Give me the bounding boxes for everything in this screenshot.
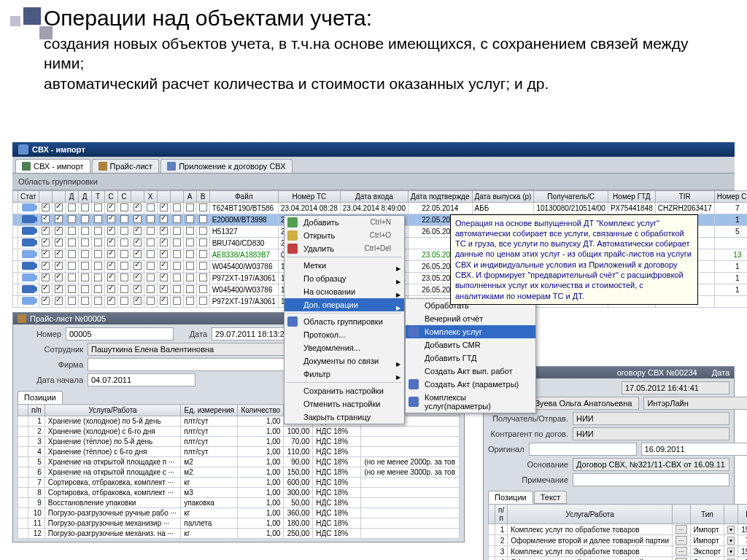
- label-number: Номер: [18, 330, 61, 338]
- doc-icon: [167, 162, 176, 171]
- slide-title: Операции над объектами учета:: [44, 6, 703, 31]
- app-icon: [18, 144, 28, 155]
- tooltip-complex-services: Операция на основе выпущенной ДТ "Компле…: [450, 214, 698, 305]
- slide-subtitle-2: автоматический расчет количества и стоим…: [44, 74, 703, 93]
- house-icon: [22, 162, 31, 171]
- menu-item[interactable]: Сохранить настройки: [285, 384, 404, 397]
- label-counterparty: Контрагент по догов.: [488, 429, 568, 438]
- table-row[interactable]: 3Комплекс услуг по обработке товаров···Э…: [489, 546, 748, 557]
- ellipsis-button[interactable]: ···: [676, 525, 687, 534]
- label-date: Дата: [712, 368, 729, 377]
- tab-annex[interactable]: Приложение к договору СВХ: [160, 159, 292, 173]
- menu-item[interactable]: Добавить ГТД: [406, 351, 535, 365]
- chevron-down-icon[interactable]: ▾: [727, 537, 735, 545]
- number-input[interactable]: [66, 327, 174, 341]
- chevron-down-icon[interactable]: ▾: [727, 548, 735, 556]
- table-row[interactable]: 7Сортировка, отбраковка, комплект ···кг1…: [18, 478, 460, 488]
- table-row[interactable]: 5Хранение на открытой площадке п ···м21,…: [18, 457, 460, 467]
- window-title: СВХ - импорт: [32, 145, 85, 154]
- context-menu[interactable]: ДобавитьCtrl+NОткрытьCtrl+OУдалитьCtrl+D…: [284, 215, 405, 424]
- ellipsis-button[interactable]: ···: [676, 547, 687, 556]
- annex-emp2[interactable]: [643, 397, 747, 410]
- menu-item[interactable]: На основании: [285, 285, 404, 298]
- annex-employee[interactable]: [531, 397, 639, 410]
- folder-icon: [98, 162, 107, 171]
- table-row[interactable]: 11Погрузо-разгрузочные механизир ···палл…: [18, 518, 460, 529]
- table-row[interactable]: 10Погрузо-разгрузочные ручные рабо ···кг…: [18, 508, 460, 518]
- slide-decoration: [7, 7, 51, 44]
- annex-counterparty[interactable]: [573, 427, 729, 440]
- label-start-date: Дата начала: [18, 376, 83, 384]
- menu-item[interactable]: ДобавитьCtrl+N: [285, 216, 404, 229]
- table-row[interactable]: 3Хранение (тёплое) по 5-й деньплт/сут1,0…: [18, 437, 460, 447]
- tab-price-list[interactable]: Прайс-лист: [92, 159, 160, 173]
- menu-item[interactable]: Отменить настройки: [285, 397, 404, 411]
- table-row[interactable]: 12Погрузо-разгрузочные механиз. на ···кг…: [18, 529, 460, 539]
- label-recipient: Получатель/Отправ.: [488, 414, 568, 423]
- context-submenu[interactable]: ОбработатьВечерний отчётКомплекс услугДо…: [405, 298, 536, 413]
- annex-basis[interactable]: [573, 458, 729, 471]
- folder-icon: [18, 314, 26, 323]
- menu-item[interactable]: Документы по связи: [285, 354, 404, 368]
- menu-item[interactable]: Вечерний отчёт: [406, 312, 535, 325]
- menu-item[interactable]: Создать Акт (параметры): [406, 378, 535, 391]
- table-row[interactable]: 4Хранение (тёплое) с 6-го дняплт/сут1,00…: [18, 447, 460, 457]
- table-row[interactable]: 4Оформление второй и далее товарной парт…: [489, 557, 748, 561]
- slide-header: Операции над объектами учета: создания н…: [0, 0, 747, 99]
- annex-date-input[interactable]: [622, 381, 729, 394]
- label-note: Примечание: [488, 475, 568, 484]
- tab-positions[interactable]: Позиции: [488, 491, 533, 504]
- start-date-input[interactable]: [88, 373, 196, 386]
- chevron-down-icon[interactable]: ▾: [727, 526, 735, 534]
- menu-item[interactable]: Протокол...: [285, 328, 404, 341]
- menu-item[interactable]: ОткрытьCtrl+O: [285, 229, 404, 242]
- table-row[interactable]: 2Оформление второй и далее товарной парт…: [489, 535, 748, 546]
- menu-item[interactable]: Комплексы услуг(параметры): [406, 391, 535, 413]
- label-firm: Фирма: [18, 360, 83, 369]
- annex-recipient[interactable]: [573, 412, 729, 425]
- annex-grid[interactable]: п/пУслуга/РаботаТипЦенаКоли 1Комплекс ус…: [488, 504, 747, 560]
- label-original: Оригинал: [488, 445, 525, 454]
- menu-item[interactable]: Метки: [285, 259, 404, 272]
- menu-item[interactable]: По образцу: [285, 272, 404, 285]
- price-grid[interactable]: п/пУслуга/РаботаЕд. измеренияКоличествоЦ…: [18, 404, 460, 539]
- group-by-bar[interactable]: Область группировки: [12, 174, 735, 190]
- table-row[interactable]: 8Сортировка, отбраковка, комплект ···м31…: [18, 488, 460, 498]
- menu-item[interactable]: Комплекс услуг: [406, 325, 535, 338]
- tab-text[interactable]: Текст: [534, 491, 568, 504]
- label-employee: Сотрудник: [18, 345, 83, 354]
- ellipsis-button[interactable]: ···: [676, 536, 687, 545]
- tab-positions[interactable]: Позиции: [18, 391, 63, 404]
- table-row[interactable]: 9Восстановление упаковкиупаковка1,0050,0…: [18, 498, 460, 508]
- table-row[interactable]: T624BT190/BT58623.04.2014 08:2823.04.201…: [13, 203, 748, 214]
- menu-item[interactable]: Область группировки: [285, 315, 404, 328]
- label-basis: Основание: [488, 460, 568, 469]
- menu-item[interactable]: Закрыть страницу: [285, 411, 404, 424]
- menu-item[interactable]: Уведомления...: [285, 341, 404, 354]
- annex-note[interactable]: [573, 473, 729, 486]
- menu-item[interactable]: УдалитьCtrl+Del: [285, 242, 404, 255]
- annex-orig-date[interactable]: [641, 443, 747, 456]
- tabstrip: СВХ - импорт Прайс-лист Приложение к дог…: [12, 157, 735, 174]
- annex-original[interactable]: [529, 443, 637, 456]
- slide-subtitle-1: создания новых объектов учета, в т.ч.на …: [44, 34, 703, 74]
- table-row[interactable]: 1Комплекс услуг по обработке товаров···И…: [489, 524, 748, 535]
- table-row[interactable]: 2Хранение (холодное) с 6-го дняплт/сут1,…: [18, 427, 460, 437]
- menu-item[interactable]: Фильтр: [285, 368, 404, 381]
- table-row[interactable]: 6Хранение на открытой площадке с ···м21,…: [18, 467, 460, 478]
- menu-item[interactable]: Добавить CMR: [406, 338, 535, 351]
- menu-item[interactable]: Создать Акт вып. работ: [406, 365, 535, 378]
- window-titlebar[interactable]: СВХ - импорт: [12, 142, 735, 157]
- tab-svh-import[interactable]: СВХ - импорт: [15, 159, 90, 173]
- menu-item[interactable]: Доп. операции: [285, 298, 404, 311]
- label-date: Дата: [178, 330, 207, 338]
